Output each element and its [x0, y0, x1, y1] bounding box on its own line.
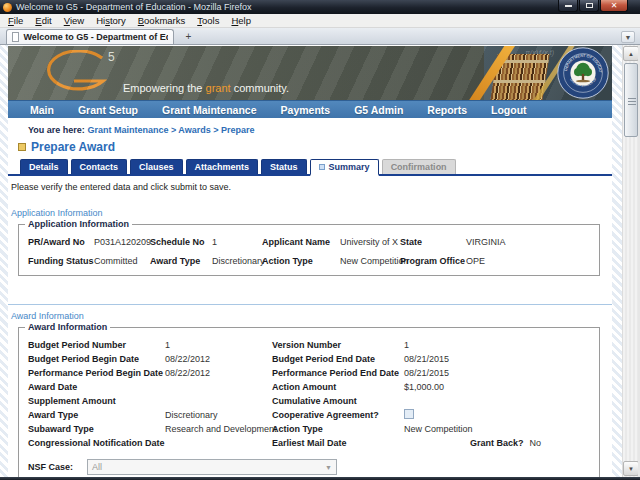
tab-clauses[interactable]: Clauses [130, 159, 183, 174]
field-label: Action Type [262, 256, 340, 267]
tab-status[interactable]: Status [261, 159, 307, 174]
nav-reports[interactable]: Reports [427, 104, 467, 116]
menu-help[interactable]: Help [225, 14, 257, 28]
award-info-row: Budget Period Number 1 Version Number 1 [19, 339, 599, 353]
g5-logo-icon [40, 50, 110, 98]
list-tabs-button[interactable]: ▼ [621, 31, 635, 43]
nav-g5-admin[interactable]: G5 Admin [354, 104, 403, 116]
award-info-row: Subaward Type Research and Development A… [19, 423, 599, 437]
education-seal-icon: DEPARTMENT OF EDUCATION UNITED STATES OF… [556, 46, 610, 100]
field-label: Award Date [28, 381, 165, 395]
application-information-link[interactable]: Application Information [11, 208, 612, 218]
nav-payments[interactable]: Payments [281, 104, 331, 116]
g5-logo-five: 5 [108, 50, 115, 64]
award-information-legend: Award Information [25, 322, 110, 332]
nav-grant-maintenance[interactable]: Grant Maintenance [162, 104, 257, 116]
scrollbar-thumb[interactable] [624, 63, 638, 137]
field-label: Performance Period End Date [272, 367, 404, 381]
firefox-icon [3, 3, 12, 12]
field-label: Budget Period Begin Date [28, 353, 165, 367]
tab-contacts[interactable]: Contacts [71, 159, 128, 174]
browser-tab[interactable]: Welcome to G5 - Department of Edu... [6, 29, 174, 44]
tab-details[interactable]: Details [20, 159, 68, 174]
field-label: Award Type [150, 256, 212, 267]
minimize-icon [565, 5, 572, 7]
breadcrumb-prepare[interactable]: Prepare [221, 125, 255, 135]
field-label: Award Type [28, 409, 165, 423]
field-value: VIRGINIA [466, 237, 599, 248]
nav-main[interactable]: Main [30, 104, 54, 116]
breadcrumb-separator: > [171, 125, 176, 135]
menu-file[interactable]: File [2, 14, 29, 28]
breadcrumb-awards[interactable]: Awards [178, 125, 210, 135]
breadcrumb-grant-maintenance[interactable]: Grant Maintenance [87, 125, 168, 135]
award-info-row: Award Date Action Amount $1,000.00 [19, 381, 599, 395]
browser-tab-title: Welcome to G5 - Department of Edu... [23, 32, 168, 42]
award-information-fieldset: Award Information Budget Period Number 1… [18, 322, 600, 477]
menu-edit[interactable]: Edit [29, 14, 57, 28]
field-value: $1,000.00 [404, 381, 470, 395]
vertical-scrollbar[interactable]: ▲ ▼ [622, 45, 638, 477]
tab-confirmation: Confirmation [382, 159, 456, 174]
menu-history[interactable]: History [90, 14, 132, 28]
close-button[interactable]: ✕ [600, 0, 628, 12]
award-information-link[interactable]: Award Information [11, 311, 612, 321]
grant-back-value: No [530, 437, 542, 451]
field-value: New Competition [404, 423, 470, 437]
breadcrumb-prefix: You are here: [28, 125, 85, 135]
app-info-row: PR/Award No P031A120209 Schedule No 1 Ap… [19, 237, 599, 248]
form-tabs: Details Contacts Clauses Attachments Sta… [8, 159, 612, 176]
left-margin-stripes [0, 45, 8, 477]
scroll-down-button[interactable]: ▼ [623, 461, 639, 476]
field-label: Schedule No [150, 237, 212, 248]
minimize-button[interactable] [558, 0, 578, 12]
main-content: 5 Empowering the grant community. π(x)ƒ(… [8, 45, 612, 477]
field-label: Funding Status [28, 256, 94, 267]
tab-attachments[interactable]: Attachments [186, 159, 259, 174]
restore-button[interactable] [579, 0, 599, 12]
field-value: Research and Development [165, 423, 272, 437]
page-favicon [12, 32, 19, 42]
field-label: Supplement Amount [28, 395, 165, 409]
menu-bookmarks[interactable]: Bookmarks [132, 14, 192, 28]
section-divider [8, 304, 612, 305]
award-info-row: Supplement Amount Cumulative Amount [19, 395, 599, 409]
field-value: 08/21/2015 [404, 353, 470, 367]
app-info-row: Funding Status Committed Award Type Disc… [19, 256, 599, 267]
field-value: 1 [212, 237, 262, 248]
right-margin-stripes [612, 45, 622, 477]
new-tab-button[interactable]: + [180, 30, 197, 43]
menubar: File Edit View History Bookmarks Tools H… [0, 14, 640, 28]
field-value: University of X [340, 237, 400, 248]
application-information-fieldset: Application Information PR/Award No P031… [18, 219, 600, 276]
instruction-text: Please verify the entered data and click… [11, 182, 612, 192]
field-label: Cooperative Agreement? [272, 409, 404, 423]
summary-tab-icon [319, 164, 325, 170]
main-nav: Main Grant Setup Grant Maintenance Payme… [8, 100, 612, 118]
nsf-case-label: NSF Case: [28, 462, 73, 472]
nav-grant-setup[interactable]: Grant Setup [78, 104, 138, 116]
field-label: Cumulative Amount [272, 395, 404, 409]
field-label: Performance Period Begin Date [28, 367, 165, 381]
g5-banner: 5 Empowering the grant community. π(x)ƒ(… [8, 46, 612, 100]
field-value [404, 437, 470, 451]
nav-logout[interactable]: Logout [491, 104, 527, 116]
field-label: Budget Period Number [28, 339, 165, 353]
menu-tools[interactable]: Tools [191, 14, 225, 28]
scroll-up-button[interactable]: ▲ [623, 46, 639, 61]
nsf-case-value: All [92, 462, 102, 472]
field-label: Action Amount [272, 381, 404, 395]
field-label: Subaward Type [28, 423, 165, 437]
close-icon: ✕ [611, 2, 618, 10]
field-label: Earliest Mail Date [272, 437, 404, 451]
scrollbar-grip [628, 98, 636, 99]
field-value: Committed [94, 256, 150, 267]
breadcrumb-separator: > [213, 125, 218, 135]
award-info-row: Budget Period Begin Date 08/22/2012 Budg… [19, 353, 599, 367]
field-value: 1 [404, 339, 470, 353]
field-label: Budget Period End Date [272, 353, 404, 367]
menu-view[interactable]: View [58, 14, 90, 28]
page-title: Prepare Award [31, 140, 115, 154]
dropdown-arrow-icon: ▼ [325, 464, 332, 471]
tab-summary[interactable]: Summary [310, 159, 379, 176]
